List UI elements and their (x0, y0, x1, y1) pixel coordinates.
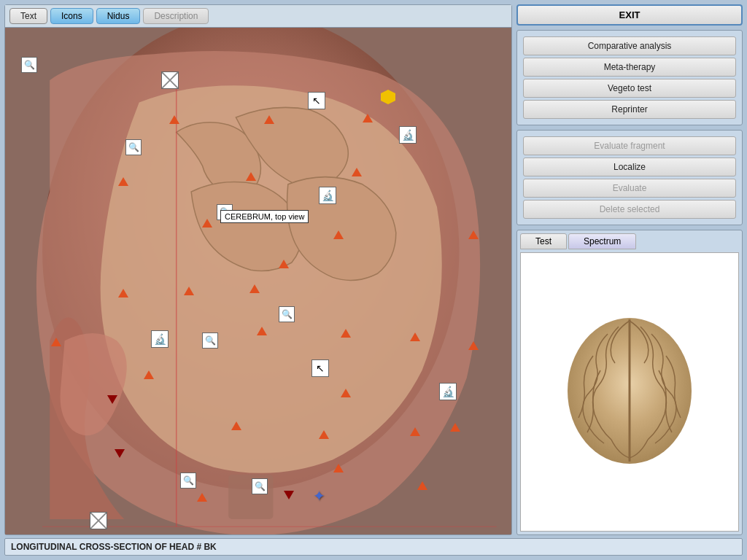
triangle-3[interactable] (363, 114, 373, 122)
triangle-18[interactable] (51, 338, 61, 346)
triangle-down-2[interactable] (115, 449, 125, 458)
nidus-button[interactable]: Nidus (96, 8, 141, 24)
left-panel: Text Icons Nidus Description (4, 4, 512, 535)
spectrum-tab[interactable]: Spectrum (568, 233, 636, 249)
triangle-22[interactable] (231, 421, 241, 430)
triangle-4[interactable] (118, 177, 128, 186)
main-container: Text Icons Nidus Description (0, 0, 747, 560)
triangle-27[interactable] (417, 481, 427, 490)
search-icon-6[interactable]: 🔍 (180, 472, 196, 489)
triangle-12[interactable] (184, 287, 194, 295)
arrow-icon-2[interactable]: ↖ (311, 359, 329, 377)
description-button[interactable]: Description (143, 8, 209, 24)
microscope-icon-1[interactable]: 🔬 (399, 126, 417, 144)
reprinter-button[interactable]: Reprinter (523, 100, 736, 119)
icons-button[interactable]: Icons (50, 8, 93, 24)
brain-top-view-svg (557, 312, 703, 472)
triangle-11[interactable] (249, 284, 260, 293)
triangle-26[interactable] (333, 464, 344, 472)
microscope-icon-2[interactable]: 🔬 (319, 187, 336, 204)
triangle-13[interactable] (118, 289, 128, 298)
star-marker[interactable]: ✦ (313, 487, 325, 505)
toolbar: Text Icons Nidus Description (5, 5, 511, 28)
search-icon-4[interactable]: 🔍 (279, 306, 295, 322)
triangle-8[interactable] (333, 230, 344, 239)
search-icon-1[interactable]: 🔍 (21, 57, 37, 73)
vegeto-test-button[interactable]: Vegeto test (523, 79, 736, 98)
diagonal-icon-2[interactable] (90, 512, 107, 529)
arrow-icon-1[interactable]: ↖ (308, 92, 325, 109)
comparative-analysis-button[interactable]: Comparative analysis (523, 36, 736, 55)
triangle-7[interactable] (202, 219, 212, 228)
status-bar: LONGITUDINAL CROSS-SECTION OF HEAD # BK (4, 538, 743, 556)
top-area: Text Icons Nidus Description (4, 4, 743, 535)
evaluate-button[interactable]: Evaluate (523, 179, 736, 198)
triangle-down-3[interactable] (284, 491, 294, 499)
preview-tabs: Test Spectrum (517, 230, 742, 249)
triangle-25[interactable] (197, 493, 207, 502)
brain-preview-area (520, 252, 739, 532)
triangle-5[interactable] (246, 172, 256, 181)
diagonal-icon-1[interactable] (161, 71, 179, 89)
triangle-15[interactable] (341, 329, 351, 338)
triangle-10[interactable] (279, 260, 289, 268)
test-tab[interactable]: Test (520, 233, 567, 249)
text-button[interactable]: Text (9, 8, 47, 24)
triangle-1[interactable] (169, 115, 179, 124)
action-buttons-group: Comparative analysis Meta-therapy Vegeto… (516, 30, 743, 125)
triangle-16[interactable] (410, 332, 420, 341)
meta-therapy-button[interactable]: Meta-therapy (523, 58, 736, 77)
triangle-19[interactable] (144, 370, 154, 379)
evaluate-section: Evaluate fragment Localize Evaluate Dele… (516, 130, 743, 225)
search-icon-5[interactable]: 🔍 (202, 332, 218, 349)
triangle-9[interactable] (468, 230, 479, 239)
triangle-20[interactable] (341, 389, 351, 397)
exit-button[interactable]: EXIT (516, 4, 743, 26)
triangle-14[interactable] (257, 327, 267, 335)
microscope-icon-3[interactable]: 🔬 (151, 330, 169, 348)
microscope-icon-4[interactable]: 🔬 (439, 383, 457, 400)
anatomy-image-area: CEREBRUM, top view 🔍 🔍 🔍 🔍 🔍 🔍 🔍 🔬 🔬 🔬 🔬… (5, 28, 511, 534)
triangle-6[interactable] (352, 168, 362, 176)
delete-selected-button[interactable]: Delete selected (523, 200, 736, 219)
triangle-23[interactable] (319, 430, 329, 439)
localize-button[interactable]: Localize (523, 158, 736, 176)
search-icon-7[interactable]: 🔍 (252, 478, 268, 494)
triangle-2[interactable] (264, 115, 274, 124)
triangle-down-1[interactable] (107, 395, 117, 404)
triangle-17[interactable] (468, 341, 479, 350)
preview-section: Test Spectrum (516, 230, 743, 535)
triangle-24[interactable] (410, 427, 420, 436)
triangle-21[interactable] (450, 423, 460, 432)
cerebrum-tooltip: CEREBRUM, top view (220, 210, 309, 223)
evaluate-fragment-button[interactable]: Evaluate fragment (523, 136, 736, 155)
right-panel: EXIT Comparative analysis Meta-therapy V… (516, 4, 743, 535)
brain-anatomy-svg (5, 28, 511, 534)
search-icon-2[interactable]: 🔍 (125, 139, 142, 155)
